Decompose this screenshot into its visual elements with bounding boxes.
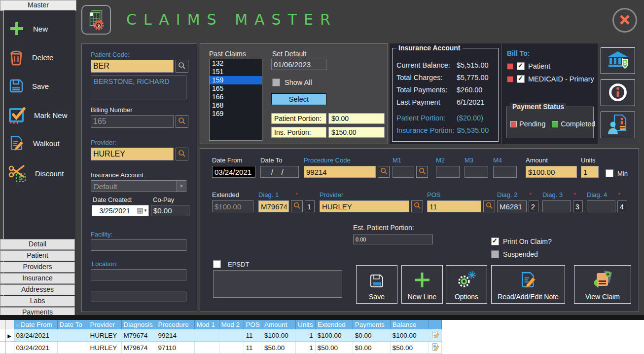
cell-payments[interactable]: $0.00 [353,329,390,342]
units-input[interactable] [581,166,599,178]
new-button[interactable]: New [8,20,48,38]
cell-pos[interactable]: 11 [244,342,262,354]
row-selector[interactable]: ▶ [5,329,14,342]
epsdt-textarea[interactable] [213,270,342,298]
row-edit-button[interactable] [429,342,441,354]
select-button[interactable]: Select [271,93,326,105]
location-input[interactable] [91,269,186,280]
show-all-checkbox[interactable]: Show All [272,79,312,86]
cell-provider[interactable]: HURLEY [88,342,121,354]
sidebar-item-insurance[interactable]: Insurance [0,273,75,284]
delete-button[interactable]: Delete [8,48,53,66]
cell-date-from[interactable]: 03/24/2021 [14,342,57,354]
walkout-button[interactable]: Walkout [8,134,60,152]
cell-mod1[interactable] [194,342,219,354]
provider-line-input[interactable] [320,200,409,212]
save-button-sidebar[interactable]: Save [8,78,49,94]
epsdt-checkbox[interactable]: EPSDT [213,260,249,268]
diag2-pointer[interactable] [529,200,538,212]
options-button[interactable]: Options [446,265,487,304]
amount-input[interactable] [526,166,577,178]
m4-input[interactable] [493,166,517,178]
table-row[interactable]: 03/24/2021 HURLEY M79674 97110 11 $50.00… [0,342,441,354]
sidebar-item-addresses[interactable]: Addresses [0,284,75,295]
bill-to-medicaid-checkbox[interactable]: MEDICAID - Primary [507,75,594,83]
m1-input[interactable] [393,166,414,178]
cell-date-from[interactable]: 03/24/2021 [14,329,57,342]
min-checkbox[interactable]: Min [606,169,628,177]
cell-balance[interactable]: $100.00 [390,329,429,342]
date-created-picker[interactable]: 3/25/2021 ▼ [92,205,149,216]
sidebar-item-providers[interactable]: Providers [0,262,75,273]
list-item[interactable]: 166 [210,93,262,101]
list-item[interactable]: 151 [210,68,262,76]
row-selector[interactable] [5,342,14,354]
diag2-input[interactable] [497,200,527,212]
list-item[interactable]: 132 [210,59,262,68]
list-item[interactable]: 165 [210,84,262,93]
cell-mod1[interactable] [194,329,219,342]
cell-date-to[interactable] [57,342,88,354]
sidebar-item-detail[interactable]: Detail [0,239,75,250]
note-button[interactable]: Read/Add/Edit Note [491,265,565,304]
sidebar-item-patient[interactable]: Patient [0,250,75,261]
diag4-pointer[interactable] [617,200,627,212]
cell-extended[interactable]: $50.00 [315,342,353,354]
suspended-checkbox[interactable]: Suspended [491,250,538,258]
provider-line-search-button[interactable] [411,200,423,212]
provider-search-button[interactable] [176,148,188,160]
new-line-button[interactable]: New Line [401,265,443,304]
provider-input[interactable] [91,148,174,160]
procedure-code-input[interactable] [304,166,376,178]
diag1-pointer[interactable] [305,200,315,212]
set-default-input[interactable] [271,59,326,70]
patient-info-button[interactable] [601,112,635,138]
list-item[interactable]: 169 [210,110,262,118]
cell-balance[interactable]: $50.00 [390,342,429,354]
list-item-selected[interactable]: 159 [210,76,262,84]
facility-input[interactable] [91,239,186,251]
cell-procedure[interactable]: 99214 [156,329,194,342]
cell-date-to[interactable] [57,329,88,342]
view-claim-button[interactable]: View Claim [574,265,631,304]
cell-mod2[interactable] [219,329,244,342]
cell-payments[interactable]: $0.00 [353,342,390,354]
diag3-pointer[interactable] [573,200,583,212]
cell-diagnosis[interactable]: M79674 [121,329,156,342]
copay-input[interactable] [151,205,189,216]
insurance-account-select[interactable]: Default ▼ [91,180,186,192]
save-line-button[interactable]: Save [356,265,397,304]
pos-search-button[interactable] [483,200,495,212]
cell-mod2[interactable] [219,342,244,354]
insurance-bank-button[interactable]: $ [601,47,635,74]
cell-amount[interactable]: $100.00 [262,329,296,342]
date-to-input[interactable] [260,166,299,178]
m3-input[interactable] [465,166,488,178]
diag1-input[interactable] [258,200,289,212]
procedure-search-button[interactable] [378,166,390,178]
diag4-input[interactable] [587,200,615,212]
patient-code-input[interactable] [91,60,174,73]
cell-units[interactable]: 1 [296,329,316,342]
pos-input[interactable] [427,200,481,212]
m2-input[interactable] [436,166,460,178]
mark-new-button[interactable]: Mark New [8,106,68,124]
patient-name-list[interactable]: BERSTONE, RICHARD [91,76,186,100]
row-edit-button[interactable] [429,329,441,342]
patient-code-search-button[interactable] [176,60,188,73]
print-on-claim-checkbox[interactable]: Print On Claim? [491,237,552,245]
billing-number-input[interactable] [91,115,174,128]
discount-button[interactable]: $ Discount [8,163,64,184]
sidebar-item-labs[interactable]: Labs [0,296,75,307]
cell-pos[interactable]: 11 [244,329,262,342]
past-claims-list[interactable]: 132 151 159 165 166 168 169 [209,59,262,141]
close-button[interactable] [612,8,637,33]
est-patient-portion-input[interactable] [353,235,433,244]
cell-units[interactable]: 1 [296,342,316,354]
m1-search-button[interactable] [416,166,428,178]
diag1-search-button[interactable] [291,200,303,212]
billing-number-search-button[interactable] [176,115,188,128]
info-button[interactable] [601,79,635,106]
date-from-input[interactable] [212,166,255,178]
cell-amount[interactable]: $50.00 [262,342,296,354]
